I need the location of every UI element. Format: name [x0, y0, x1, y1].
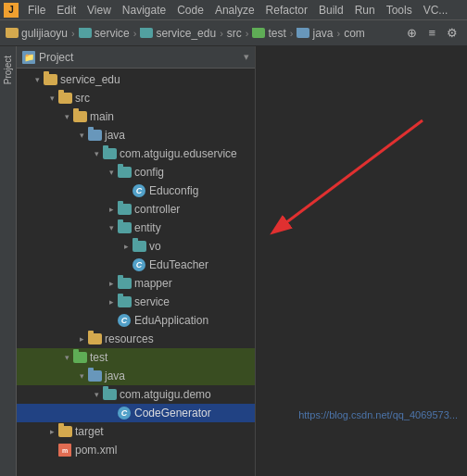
tree-item-java-main[interactable]: java: [17, 126, 255, 144]
breadcrumb-sep-5: ›: [290, 28, 294, 39]
file-tree: service_edu src main: [17, 69, 255, 476]
tree-label: Educonfig: [149, 184, 198, 197]
tree-label: service: [134, 295, 170, 308]
tree-label: target: [75, 425, 104, 438]
tree-item-com-atguigu[interactable]: com.atguigu.eduservice: [17, 144, 255, 163]
breadcrumb-label: java: [312, 27, 333, 40]
tree-label: com.atguigu.demo: [120, 388, 211, 401]
tree-label: mapper: [134, 277, 172, 290]
tree-item-eduteacher[interactable]: C EduTeacher: [17, 256, 255, 274]
tree-item-mapper[interactable]: mapper: [17, 274, 255, 293]
tree-label: src: [75, 92, 90, 105]
tree-arrow: [106, 297, 117, 307]
tree-label: com.atguigu.eduservice: [120, 147, 237, 160]
tree-label: test: [90, 351, 107, 364]
folder-icon: [87, 370, 102, 382]
breadcrumb-sep-1: ›: [71, 28, 75, 39]
breadcrumb-gulijiaoyu[interactable]: gulijiaoyu: [6, 27, 68, 40]
menu-run[interactable]: Run: [349, 0, 381, 19]
project-side-label[interactable]: Project: [3, 56, 13, 84]
breadcrumb-src[interactable]: src: [227, 27, 242, 40]
tree-item-java-test[interactable]: java: [17, 367, 255, 385]
tree-item-main[interactable]: main: [17, 107, 255, 126]
menu-refactor[interactable]: Refactor: [260, 0, 313, 19]
tree-item-eduapplication[interactable]: C EduApplication: [17, 311, 255, 330]
tree-item-com-demo[interactable]: com.atguigu.demo: [17, 385, 255, 404]
menu-code[interactable]: Code: [171, 0, 209, 19]
tree-item-controller[interactable]: controller: [17, 200, 255, 219]
tree-label: java: [105, 370, 125, 382]
folder-icon: [117, 277, 132, 290]
folder-icon: [102, 388, 117, 401]
breadcrumb-service[interactable]: service: [79, 27, 130, 40]
tree-arrow: [91, 390, 102, 399]
sync-button[interactable]: ⊕: [403, 24, 421, 42]
folder-icon: [87, 332, 102, 345]
menu-view[interactable]: View: [82, 0, 117, 19]
tree-label: controller: [134, 203, 180, 216]
folder-icon: [117, 221, 132, 234]
class-icon: C: [117, 407, 132, 420]
panel-settings-icon[interactable]: ▾: [244, 51, 249, 63]
tree-item-src[interactable]: src: [17, 89, 255, 107]
side-strip: Project: [0, 46, 17, 476]
panel-title: Project: [39, 51, 240, 64]
tree-item-config[interactable]: config: [17, 163, 255, 182]
breadcrumb-label: com: [344, 27, 365, 40]
tree-item-target[interactable]: target: [17, 422, 255, 441]
menu-vc[interactable]: VC...: [418, 0, 454, 19]
settings-button[interactable]: ⚙: [443, 24, 461, 42]
main-area: Project 📁 Project ▾ service_edu: [0, 46, 467, 476]
tree-item-educonfig[interactable]: C Educonfig: [17, 182, 255, 200]
tree-label: config: [134, 166, 164, 179]
folder-icon: [6, 28, 19, 38]
tree-label: pom.xml: [75, 444, 117, 457]
tree-label: main: [90, 110, 114, 123]
collapse-button[interactable]: ≡: [424, 24, 439, 42]
tree-item-codegenerator[interactable]: C CodeGenerator: [17, 404, 255, 422]
menu-navigate[interactable]: Navigate: [117, 0, 171, 19]
tree-arrow: [106, 205, 117, 214]
menu-file[interactable]: File: [22, 0, 51, 19]
tree-item-test[interactable]: test: [17, 348, 255, 367]
tree-arrow: [61, 353, 72, 362]
watermark: https://blog.csdn.net/qq_4069573...: [298, 409, 458, 420]
folder-icon: [72, 351, 87, 364]
menu-analyze[interactable]: Analyze: [209, 0, 260, 19]
breadcrumb-label: gulijiaoyu: [21, 27, 68, 40]
tree-item-service-edu[interactable]: service_edu: [17, 70, 255, 89]
tree-arrow: [76, 334, 87, 344]
tree-item-entity[interactable]: entity: [17, 219, 255, 237]
tree-arrow: [106, 168, 117, 177]
breadcrumb-sep-4: ›: [246, 28, 249, 39]
menu-edit[interactable]: Edit: [51, 0, 82, 19]
tree-item-resources[interactable]: resources: [17, 330, 255, 348]
panel-icon: 📁: [22, 51, 35, 64]
tree-label: resources: [105, 332, 154, 345]
tree-item-pom-xml[interactable]: m pom.xml: [17, 441, 255, 459]
panel-header: 📁 Project ▾: [17, 46, 255, 69]
menu-build[interactable]: Build: [313, 0, 349, 19]
tree-label: java: [105, 129, 125, 142]
folder-icon: [117, 203, 132, 216]
breadcrumb-com[interactable]: com: [344, 27, 365, 40]
breadcrumb-java[interactable]: java: [297, 27, 333, 40]
menu-tools[interactable]: Tools: [381, 0, 418, 19]
breadcrumb-test[interactable]: test: [252, 27, 285, 40]
tree-item-service-pkg[interactable]: service: [17, 293, 255, 311]
breadcrumb-service-edu[interactable]: service_edu: [140, 27, 216, 40]
folder-icon: [132, 240, 146, 253]
breadcrumb-sep-2: ›: [133, 28, 137, 39]
folder-icon: [252, 28, 265, 38]
tree-arrow: [46, 427, 57, 436]
class-icon: C: [132, 184, 146, 197]
tree-label: CodeGenerator: [134, 407, 211, 420]
tree-item-vo[interactable]: vo: [17, 237, 255, 256]
folder-icon: [87, 129, 102, 142]
folder-icon: [79, 28, 92, 38]
svg-line-1: [274, 120, 423, 232]
folder-icon: [57, 92, 72, 105]
tree-label: service_edu: [60, 73, 120, 86]
folder-icon: [140, 28, 153, 38]
class-icon: C: [117, 314, 132, 327]
